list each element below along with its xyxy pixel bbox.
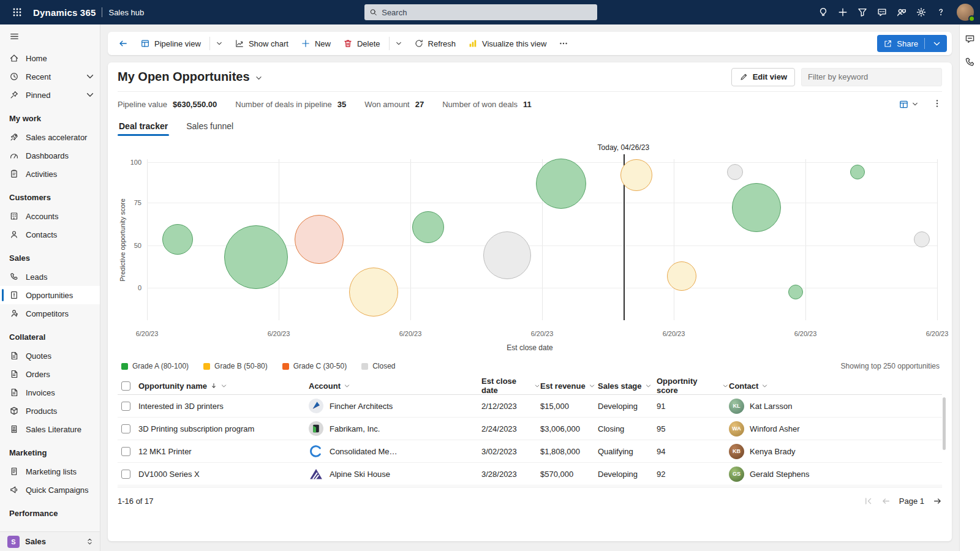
sidebar-item-contacts[interactable]: Contacts <box>0 225 100 244</box>
column-header-opportunity-name[interactable]: Opportunity name <box>138 381 309 391</box>
more-commands-button[interactable] <box>553 34 574 53</box>
sidebar-item-pinned[interactable]: Pinned <box>0 86 100 104</box>
sidebar-item-quotes[interactable]: Quotes <box>0 347 100 365</box>
back-button[interactable] <box>113 34 134 53</box>
table-row[interactable]: Interested in 3D printersFincher Archite… <box>118 395 942 418</box>
column-header-est-close-date[interactable]: Est close date <box>481 377 540 395</box>
refresh-icon <box>414 39 424 48</box>
search-input[interactable] <box>382 8 592 17</box>
row-checkbox[interactable] <box>121 424 130 433</box>
table-row[interactable]: 3D Printing subscription programFabrikam… <box>118 418 942 440</box>
sidebar-item-sales-literature[interactable]: Sales Literature <box>0 420 100 438</box>
sidebar-item-quick-campaigns[interactable]: Quick Campaigns <box>0 481 100 499</box>
chart-bubble[interactable] <box>727 164 743 180</box>
chart-bubble[interactable] <box>412 211 444 243</box>
row-checkbox[interactable] <box>121 470 130 479</box>
opportunity-name-cell[interactable]: 3D Printing subscription program <box>138 424 309 433</box>
feedback-button[interactable] <box>892 2 911 22</box>
edit-view-button[interactable]: Edit view <box>731 68 795 86</box>
refresh-button[interactable]: Refresh <box>409 34 462 53</box>
sidebar-item-marketing-lists[interactable]: Marketing lists <box>0 462 100 481</box>
sidebar-item-competitors[interactable]: Competitors <box>0 304 100 323</box>
contact-cell[interactable]: KBKenya Brady <box>729 444 942 459</box>
help-button[interactable] <box>931 2 951 22</box>
table-scrollbar[interactable] <box>943 397 946 450</box>
tab-sales-funnel[interactable]: Sales funnel <box>185 119 235 136</box>
chart-bubble[interactable] <box>162 224 193 255</box>
column-header-est-revenue[interactable]: Est revenue <box>540 381 598 391</box>
opportunity-name-cell[interactable]: Interested in 3D printers <box>138 402 309 411</box>
sidebar-item-products[interactable]: Products <box>0 402 100 420</box>
column-header-opportnity-score[interactable]: Opportnity score <box>657 377 729 395</box>
next-page-button[interactable] <box>933 497 942 506</box>
sidebar-item-dashboards[interactable]: Dashboards <box>0 146 100 165</box>
view-selector-chevron-button[interactable] <box>213 34 228 53</box>
chart-bubble[interactable] <box>667 261 696 291</box>
app-name[interactable]: Sales hub <box>108 8 144 17</box>
plus-button[interactable] <box>833 2 853 22</box>
delete-button[interactable]: Delete <box>337 34 386 53</box>
copilot-chat-button[interactable] <box>964 33 976 47</box>
page-title[interactable]: My Open Opportunites <box>118 70 263 84</box>
app-launcher-button[interactable] <box>7 2 27 22</box>
layout-switcher-button[interactable] <box>899 99 919 110</box>
chart-bubble[interactable] <box>349 268 398 317</box>
first-page-button[interactable] <box>864 497 873 506</box>
sidebar-item-opportunities[interactable]: Opportunities <box>0 286 100 304</box>
sidebar-item-invoices[interactable]: Invoices <box>0 383 100 402</box>
account-logo <box>309 421 323 436</box>
contact-cell[interactable]: KLKat Larsson <box>729 399 942 414</box>
chart-bubble[interactable] <box>732 183 781 232</box>
chart-bubble[interactable] <box>483 231 531 279</box>
global-search-box[interactable] <box>364 4 597 20</box>
select-all-checkbox[interactable] <box>121 381 130 391</box>
share-button[interactable]: Share <box>877 35 947 52</box>
account-cell[interactable]: Consolidated Me… <box>309 444 481 459</box>
chart-bubble[interactable] <box>295 215 344 264</box>
funnel-button[interactable] <box>853 2 872 22</box>
gauge-icon <box>9 151 19 160</box>
opportunity-name-cell[interactable]: DV1000 Series X <box>138 470 309 479</box>
account-cell[interactable]: Alpine Ski House <box>309 467 481 481</box>
sidebar-item-leads[interactable]: Leads <box>0 268 100 286</box>
account-cell[interactable]: Fincher Architects <box>309 399 481 413</box>
chart-bubble[interactable] <box>850 165 865 179</box>
chart-bubble[interactable] <box>788 285 803 299</box>
chart-bubble[interactable] <box>224 225 288 289</box>
chart-bubble[interactable] <box>536 159 586 209</box>
table-row[interactable]: DV1000 Series XAlpine Ski House3/28/2023… <box>118 463 942 485</box>
area-switcher[interactable]: S Sales <box>0 531 100 551</box>
sidebar-item-orders[interactable]: Orders <box>0 365 100 383</box>
account-cell[interactable]: Fabrikam, Inc. <box>309 421 481 436</box>
column-header-account[interactable]: Account <box>309 381 481 391</box>
chat-button[interactable] <box>872 2 892 22</box>
pipeline-view-button[interactable]: Pipeline view <box>135 34 206 53</box>
contact-cell[interactable]: WAWinford Asher <box>729 421 942 437</box>
row-checkbox[interactable] <box>121 402 130 411</box>
sidebar-item-accounts[interactable]: Accounts <box>0 207 100 225</box>
delete-split-chevron-button[interactable] <box>393 34 407 53</box>
table-row[interactable]: 12 MK1 PrinterConsolidated Me…3/02/2023$… <box>118 440 942 463</box>
sidebar-item-home[interactable]: Home <box>0 49 100 67</box>
user-avatar[interactable] <box>957 4 974 21</box>
sidebar-item-sales-accelerator[interactable]: Sales accelerator <box>0 128 100 146</box>
sidebar-collapse-button[interactable] <box>0 24 100 48</box>
opportunity-name-cell[interactable]: 12 MK1 Printer <box>138 447 309 456</box>
gear-button[interactable] <box>911 2 931 22</box>
phone-dialer-button[interactable] <box>964 56 976 70</box>
lightbulb-button[interactable] <box>813 2 833 22</box>
tab-deal-tracker[interactable]: Deal tracker <box>118 119 169 136</box>
new-button[interactable]: New <box>295 34 336 53</box>
show-chart-button[interactable]: Show chart <box>229 34 294 53</box>
more-options-kebab-button[interactable] <box>932 99 942 110</box>
previous-page-button[interactable] <box>881 497 891 506</box>
column-header-contact[interactable]: Contact <box>729 381 942 391</box>
sidebar-item-recent[interactable]: Recent <box>0 67 100 86</box>
sidebar-item-activities[interactable]: Activities <box>0 165 100 183</box>
visualize-view-button[interactable]: Visualize this view <box>462 34 552 53</box>
column-header-sales-stage[interactable]: Sales stage <box>598 381 657 391</box>
contact-cell[interactable]: GSGerald Stephens <box>729 467 942 482</box>
chart-bubble[interactable] <box>620 159 652 191</box>
row-checkbox[interactable] <box>121 447 130 456</box>
filter-keyword-input[interactable] <box>801 68 942 86</box>
